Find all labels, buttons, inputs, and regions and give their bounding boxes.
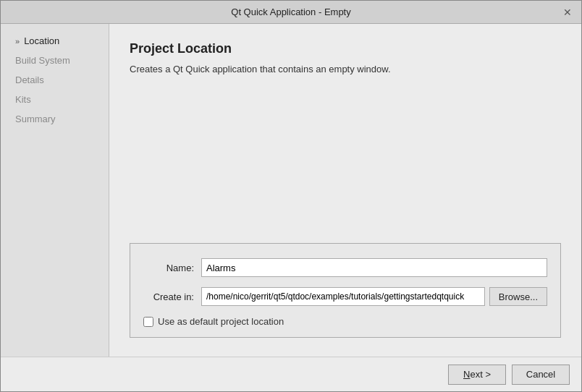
dialog-title: Qt Quick Application - Empty <box>21 7 561 17</box>
cancel-button[interactable]: Cancel <box>512 365 570 385</box>
name-input[interactable] <box>201 258 547 277</box>
dialog-window: Qt Quick Application - Empty ✕ » Locatio… <box>0 0 582 392</box>
sidebar-item-details[interactable]: Details <box>1 70 109 90</box>
create-in-row: Create in: Browse... <box>143 287 547 306</box>
sidebar-item-build-system[interactable]: Build System <box>1 51 109 70</box>
default-location-row: Use as default project location <box>143 316 547 327</box>
default-location-checkbox[interactable] <box>143 317 153 327</box>
next-button-label: Next > <box>463 369 491 380</box>
page-title: Project Location <box>130 41 561 56</box>
sidebar-item-summary[interactable]: Summary <box>1 109 109 129</box>
dialog-body: » Location Build System Details Kits Sum… <box>1 24 581 357</box>
create-in-input[interactable] <box>201 287 485 306</box>
sidebar: » Location Build System Details Kits Sum… <box>1 24 109 357</box>
create-in-label: Create in: <box>143 291 201 302</box>
sidebar-item-location[interactable]: » Location <box>1 31 109 51</box>
browse-button[interactable]: Browse... <box>489 287 547 306</box>
close-button[interactable]: ✕ <box>561 6 574 19</box>
sidebar-item-kits[interactable]: Kits <box>1 90 109 109</box>
page-description: Creates a Qt Quick application that cont… <box>130 64 561 74</box>
main-content: Project Location Creates a Qt Quick appl… <box>109 24 581 357</box>
form-area: Name: Create in: Browse... Use as defaul… <box>130 243 561 338</box>
name-label: Name: <box>143 263 201 273</box>
title-bar: Qt Quick Application - Empty ✕ <box>1 1 581 24</box>
browse-row: Browse... <box>201 287 547 306</box>
default-location-label[interactable]: Use as default project location <box>158 316 284 327</box>
active-arrow-icon: » <box>15 37 20 46</box>
dialog-footer: Next > Cancel <box>1 357 581 391</box>
next-button[interactable]: Next > <box>448 365 506 385</box>
name-row: Name: <box>143 258 547 277</box>
